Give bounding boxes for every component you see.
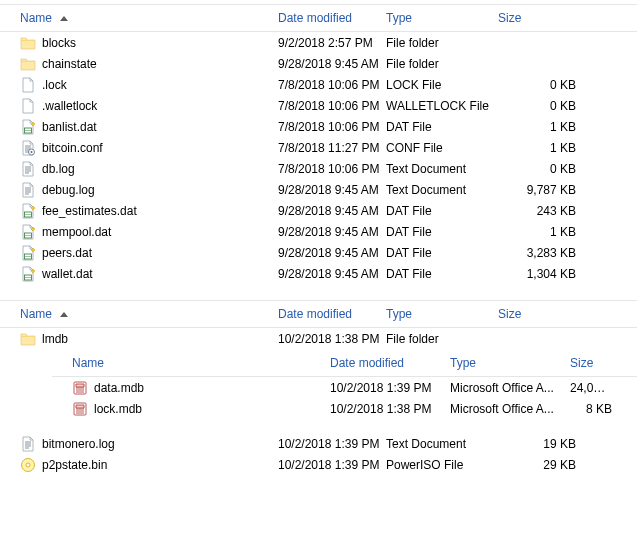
file-date: 7/8/2018 10:06 PM	[274, 162, 382, 176]
file-type: LOCK File	[382, 78, 494, 92]
folder-icon	[20, 35, 36, 51]
file-date: 10/2/2018 1:39 PM	[274, 458, 382, 472]
col-header-type[interactable]: Type	[382, 5, 494, 31]
file-row[interactable]: .lock7/8/2018 10:06 PMLOCK File0 KB	[0, 74, 637, 95]
folder-icon	[20, 331, 36, 347]
col-header-label: Type	[386, 307, 412, 321]
file-type: Text Document	[382, 183, 494, 197]
column-header-row: Name Date modified Type Size	[52, 349, 637, 377]
file-row[interactable]: .walletlock7/8/2018 10:06 PMWALLETLOCK F…	[0, 95, 637, 116]
file-name: bitmonero.log	[42, 437, 115, 451]
file-date: 9/28/2018 9:45 AM	[274, 57, 382, 71]
file-name: wallet.dat	[42, 267, 93, 281]
mdb-icon	[72, 380, 88, 396]
col-header-date[interactable]: Date modified	[274, 301, 382, 327]
file-icon	[20, 77, 36, 93]
col-header-date[interactable]: Date modified	[326, 349, 446, 376]
file-date: 10/2/2018 1:38 PM	[274, 332, 382, 346]
file-row[interactable]: banlist.dat7/8/2018 10:06 PMDAT File1 KB	[0, 116, 637, 137]
file-row[interactable]: chainstate9/28/2018 9:45 AMFile folder	[0, 53, 637, 74]
file-row[interactable]: peers.dat9/28/2018 9:45 AMDAT File3,283 …	[0, 242, 637, 263]
file-size: 29 KB	[494, 458, 594, 472]
dat-icon	[20, 203, 36, 219]
file-name-cell: peers.dat	[16, 245, 274, 261]
col-header-size[interactable]: Size	[494, 301, 594, 327]
col-header-type[interactable]: Type	[446, 349, 566, 376]
file-list-panel-2: Name Date modified Type Size lmdb10/2/20…	[0, 296, 637, 487]
file-date: 9/28/2018 9:45 AM	[274, 246, 382, 260]
text-icon	[20, 182, 36, 198]
file-row[interactable]: blocks9/2/2018 2:57 PMFile folder	[0, 32, 637, 53]
file-name: lock.mdb	[94, 402, 142, 416]
file-row[interactable]: lmdb10/2/2018 1:38 PMFile folder	[0, 328, 637, 349]
file-name: fee_estimates.dat	[42, 204, 137, 218]
file-name-cell: blocks	[16, 35, 274, 51]
col-header-label: Size	[570, 356, 593, 370]
col-header-label: Size	[498, 11, 521, 25]
file-size: 0 KB	[494, 78, 594, 92]
file-date: 7/8/2018 10:06 PM	[274, 99, 382, 113]
file-size: 1,304 KB	[494, 267, 594, 281]
sort-caret-icon	[60, 312, 68, 317]
file-row[interactable]: bitmonero.log10/2/2018 1:39 PMText Docum…	[0, 433, 637, 454]
col-header-size[interactable]: Size	[566, 349, 630, 376]
file-row[interactable]: fee_estimates.dat9/28/2018 9:45 AMDAT Fi…	[0, 200, 637, 221]
file-row[interactable]: data.mdb10/2/2018 1:39 PMMicrosoft Offic…	[52, 377, 637, 398]
file-name-cell: bitcoin.conf	[16, 140, 274, 156]
file-size: 1 KB	[494, 225, 594, 239]
file-type: Microsoft Office A...	[446, 381, 566, 395]
file-row[interactable]: p2pstate.bin10/2/2018 1:39 PMPowerISO Fi…	[0, 454, 637, 475]
col-header-date[interactable]: Date modified	[274, 5, 382, 31]
file-name-cell: fee_estimates.dat	[16, 203, 274, 219]
file-row[interactable]: debug.log9/28/2018 9:45 AMText Document9…	[0, 179, 637, 200]
file-row[interactable]: bitcoin.conf7/8/2018 11:27 PMCONF File1 …	[0, 137, 637, 158]
file-date: 10/2/2018 1:38 PM	[326, 402, 446, 416]
file-type: PowerISO File	[382, 458, 494, 472]
col-header-name[interactable]: Name	[68, 349, 326, 376]
file-type: DAT File	[382, 204, 494, 218]
file-name-cell: wallet.dat	[16, 266, 274, 282]
col-header-label: Date modified	[330, 356, 404, 370]
col-header-size[interactable]: Size	[494, 5, 594, 31]
file-name: banlist.dat	[42, 120, 97, 134]
folder-icon	[20, 56, 36, 72]
file-name: p2pstate.bin	[42, 458, 107, 472]
dat-icon	[20, 119, 36, 135]
file-name: db.log	[42, 162, 75, 176]
file-row[interactable]: db.log7/8/2018 10:06 PMText Document0 KB	[0, 158, 637, 179]
file-icon	[20, 98, 36, 114]
file-name-cell: data.mdb	[68, 380, 326, 396]
file-size: 24,032 KB	[566, 381, 630, 395]
col-header-type[interactable]: Type	[382, 301, 494, 327]
col-header-label: Name	[20, 307, 52, 321]
file-date: 7/8/2018 10:06 PM	[274, 120, 382, 134]
file-name: blocks	[42, 36, 76, 50]
col-header-name[interactable]: Name	[16, 301, 274, 327]
iso-icon	[20, 457, 36, 473]
file-row[interactable]: wallet.dat9/28/2018 9:45 AMDAT File1,304…	[0, 263, 637, 284]
file-date: 9/28/2018 9:45 AM	[274, 183, 382, 197]
file-row[interactable]: mempool.dat9/28/2018 9:45 AMDAT File1 KB	[0, 221, 637, 242]
dat-icon	[20, 245, 36, 261]
column-header-row: Name Date modified Type Size	[0, 4, 637, 32]
file-name: data.mdb	[94, 381, 144, 395]
file-type: Text Document	[382, 437, 494, 451]
file-name-cell: p2pstate.bin	[16, 457, 274, 473]
nested-file-list: Name Date modified Type Size data.mdb10/…	[52, 349, 637, 419]
file-date: 7/8/2018 10:06 PM	[274, 78, 382, 92]
file-type: DAT File	[382, 246, 494, 260]
file-name: .lock	[42, 78, 67, 92]
file-size: 1 KB	[494, 120, 594, 134]
file-name-cell: mempool.dat	[16, 224, 274, 240]
file-date: 9/28/2018 9:45 AM	[274, 267, 382, 281]
col-header-name[interactable]: Name	[16, 5, 274, 31]
file-type: File folder	[382, 57, 494, 71]
file-name-cell: banlist.dat	[16, 119, 274, 135]
col-header-label: Name	[20, 11, 52, 25]
file-type: DAT File	[382, 120, 494, 134]
file-date: 7/8/2018 11:27 PM	[274, 141, 382, 155]
file-size: 19 KB	[494, 437, 594, 451]
col-header-label: Date modified	[278, 11, 352, 25]
file-row[interactable]: lock.mdb10/2/2018 1:38 PMMicrosoft Offic…	[52, 398, 637, 419]
file-name-cell: chainstate	[16, 56, 274, 72]
